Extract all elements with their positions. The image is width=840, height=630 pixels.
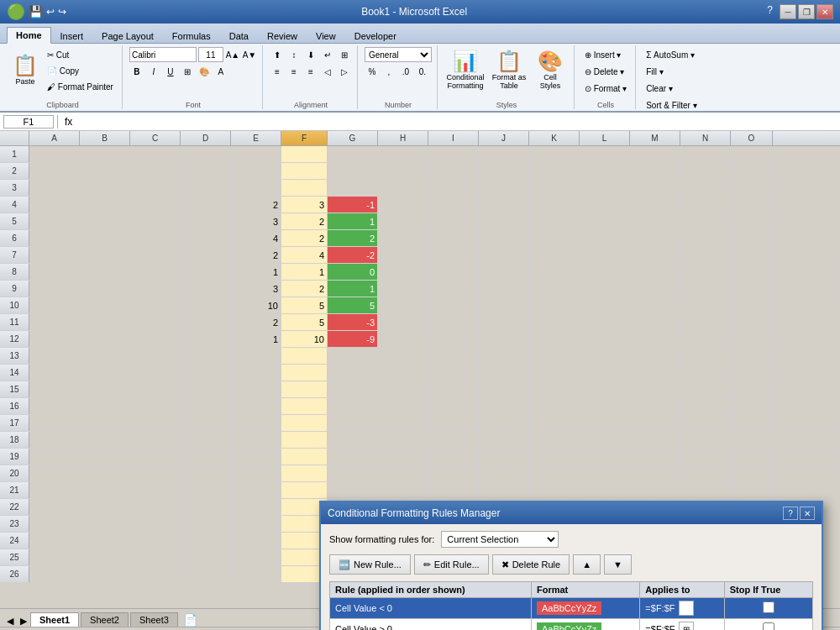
cell-D19[interactable] bbox=[181, 449, 231, 465]
cell-L9[interactable] bbox=[580, 281, 630, 297]
cell-K13[interactable] bbox=[529, 348, 580, 364]
format-button[interactable]: ⊙ Format ▾ bbox=[581, 81, 630, 96]
cell-G6[interactable]: 2 bbox=[328, 230, 378, 246]
cell-I1[interactable] bbox=[428, 146, 479, 162]
show-rules-select[interactable]: Current Selection This Worksheet bbox=[441, 531, 559, 548]
cell-E1[interactable] bbox=[231, 146, 281, 162]
cell-C2[interactable] bbox=[130, 163, 181, 179]
cell-K3[interactable] bbox=[529, 180, 580, 196]
cell-N11[interactable] bbox=[680, 314, 731, 330]
cell-L12[interactable] bbox=[580, 331, 630, 347]
rule-1-stop-checkbox[interactable] bbox=[763, 601, 774, 613]
cell-H9[interactable] bbox=[378, 281, 428, 297]
cell-N21[interactable] bbox=[680, 482, 731, 498]
cell-A11[interactable] bbox=[29, 314, 80, 330]
col-header-J[interactable]: J bbox=[479, 131, 529, 145]
cell-E5[interactable]: 3 bbox=[231, 213, 281, 229]
help-icon[interactable]: ? bbox=[762, 4, 778, 19]
cell-E15[interactable] bbox=[231, 381, 281, 397]
col-header-B[interactable]: B bbox=[80, 131, 130, 145]
cell-E4[interactable]: 2 bbox=[231, 197, 281, 213]
cell-F17[interactable] bbox=[281, 415, 328, 431]
cell-D22[interactable] bbox=[181, 499, 231, 515]
bold-button[interactable]: B bbox=[129, 64, 144, 79]
tab-insert[interactable]: Insert bbox=[51, 28, 93, 44]
autosum-button[interactable]: Σ AutoSum ▾ bbox=[643, 47, 698, 62]
cell-I3[interactable] bbox=[428, 180, 479, 196]
cell-M5[interactable] bbox=[630, 213, 680, 229]
cell-D1[interactable] bbox=[181, 146, 231, 162]
cell-G8[interactable]: 0 bbox=[328, 264, 378, 280]
cell-F9[interactable]: 2 bbox=[281, 281, 328, 297]
tab-page-layout[interactable]: Page Layout bbox=[92, 28, 163, 44]
tab-home[interactable]: Home bbox=[7, 27, 51, 44]
italic-button[interactable]: I bbox=[146, 64, 161, 79]
wrap-text-button[interactable]: ↵ bbox=[320, 47, 335, 62]
cell-H17[interactable] bbox=[378, 415, 428, 431]
cell-B23[interactable] bbox=[80, 516, 130, 532]
cell-J2[interactable] bbox=[479, 163, 529, 179]
cell-F16[interactable] bbox=[281, 398, 328, 414]
align-left-button[interactable]: ≡ bbox=[270, 64, 285, 79]
cell-L21[interactable] bbox=[580, 482, 630, 498]
move-down-button[interactable]: ▼ bbox=[604, 554, 632, 575]
cell-J15[interactable] bbox=[479, 381, 529, 397]
cell-B26[interactable] bbox=[80, 566, 130, 582]
cell-I7[interactable] bbox=[428, 247, 479, 263]
cell-O14[interactable] bbox=[731, 365, 773, 381]
cell-C10[interactable] bbox=[130, 297, 181, 313]
cell-H15[interactable] bbox=[378, 381, 428, 397]
col-header-N[interactable]: N bbox=[680, 131, 731, 145]
cell-F1[interactable] bbox=[281, 146, 328, 162]
cell-D9[interactable] bbox=[181, 281, 231, 297]
cell-O15[interactable] bbox=[731, 381, 773, 397]
cell-C12[interactable] bbox=[130, 331, 181, 347]
cell-O12[interactable] bbox=[731, 331, 773, 347]
tab-developer[interactable]: Developer bbox=[345, 28, 406, 44]
cell-B16[interactable] bbox=[80, 398, 130, 414]
cell-B17[interactable] bbox=[80, 415, 130, 431]
cell-D25[interactable] bbox=[181, 549, 231, 565]
cell-G4[interactable]: -1 bbox=[328, 197, 378, 213]
cell-L16[interactable] bbox=[580, 398, 630, 414]
format-as-table-button[interactable]: 📋 Format as Table bbox=[488, 47, 530, 94]
cell-M3[interactable] bbox=[630, 180, 680, 196]
cell-N14[interactable] bbox=[680, 365, 731, 381]
grow-font-button[interactable]: A▲ bbox=[225, 47, 240, 62]
cell-G18[interactable] bbox=[328, 432, 378, 448]
col-header-D[interactable]: D bbox=[181, 131, 231, 145]
cell-N3[interactable] bbox=[680, 180, 731, 196]
cell-F13[interactable] bbox=[281, 348, 328, 364]
cell-I16[interactable] bbox=[428, 398, 479, 414]
cell-O19[interactable] bbox=[731, 449, 773, 465]
cell-M2[interactable] bbox=[630, 163, 680, 179]
cell-D16[interactable] bbox=[181, 398, 231, 414]
cell-A12[interactable] bbox=[29, 331, 80, 347]
cell-F10[interactable]: 5 bbox=[281, 297, 328, 313]
cell-O18[interactable] bbox=[731, 432, 773, 448]
cell-D21[interactable] bbox=[181, 482, 231, 498]
percent-button[interactable]: % bbox=[365, 64, 380, 79]
cell-L13[interactable] bbox=[580, 348, 630, 364]
cell-M12[interactable] bbox=[630, 331, 680, 347]
cell-B25[interactable] bbox=[80, 549, 130, 565]
cell-D2[interactable] bbox=[181, 163, 231, 179]
align-right-button[interactable]: ≡ bbox=[303, 64, 318, 79]
cell-H5[interactable] bbox=[378, 213, 428, 229]
cell-K6[interactable] bbox=[529, 230, 580, 246]
cell-K14[interactable] bbox=[529, 365, 580, 381]
rule-row-2[interactable]: Cell Value > 0 AaBbCcYyZz =$F:$F ⊞ bbox=[330, 619, 813, 631]
cell-H7[interactable] bbox=[378, 247, 428, 263]
cell-B9[interactable] bbox=[80, 281, 130, 297]
cell-L1[interactable] bbox=[580, 146, 630, 162]
comma-button[interactable]: , bbox=[381, 64, 396, 79]
cell-G5[interactable]: 1 bbox=[328, 213, 378, 229]
cell-D8[interactable] bbox=[181, 264, 231, 280]
cell-A1[interactable] bbox=[29, 146, 80, 162]
cell-C24[interactable] bbox=[130, 533, 181, 549]
cell-L5[interactable] bbox=[580, 213, 630, 229]
cell-A23[interactable] bbox=[29, 516, 80, 532]
cell-reference-box[interactable] bbox=[3, 115, 54, 129]
cell-H21[interactable] bbox=[378, 482, 428, 498]
cell-C23[interactable] bbox=[130, 516, 181, 532]
